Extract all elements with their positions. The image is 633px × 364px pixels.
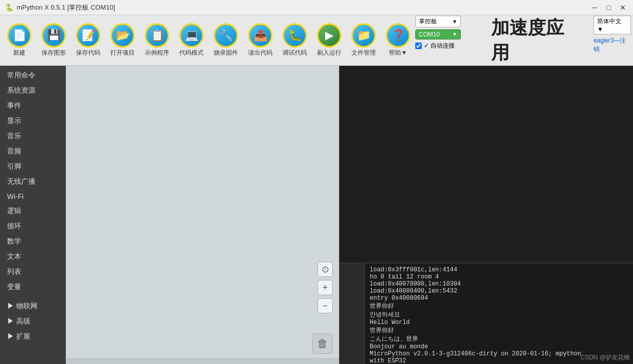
app-title: 加速度应用: [481, 16, 588, 65]
sidebar-item-12[interactable]: 文本: [0, 249, 66, 264]
blocks-canvas[interactable]: ⊙ + − 🗑: [66, 66, 339, 364]
toolbar-label-11: 帮助▼: [389, 49, 407, 57]
toolbar-label-5: 代码模式: [179, 49, 204, 57]
toolbar-item-10[interactable]: 📁 文件管理: [346, 21, 381, 59]
toolbar-icon-3: 📂: [110, 23, 135, 48]
app-icon: 🐍: [5, 4, 14, 12]
canvas-scrollbar[interactable]: [66, 358, 339, 364]
toolbar-item-7[interactable]: 📤 读出代码: [243, 21, 278, 59]
sidebar-item-10[interactable]: 循环: [0, 219, 66, 234]
maximize-button[interactable]: □: [604, 4, 614, 12]
toolbar-icon-11: ❓: [386, 23, 410, 48]
minimize-button[interactable]: ─: [589, 4, 600, 12]
csdn-watermark: CSDN @驴友花雕: [580, 353, 630, 362]
sidebar-item-13[interactable]: 列表: [0, 264, 66, 279]
toolbar-icon-6: 🔧: [214, 23, 238, 48]
toolbar-item-5[interactable]: 💻 代码模式: [174, 21, 209, 59]
toolbar-icon-8: 🐛: [283, 23, 307, 48]
sidebar-item-14[interactable]: 变量: [0, 279, 66, 295]
toolbar-icon-2: 📝: [76, 23, 100, 48]
toolbar-item-3[interactable]: 📂 打开项目: [105, 21, 140, 59]
console-output[interactable]: load:0x3fff001c,len:4144 ho 0 tail 12 ro…: [365, 263, 633, 364]
sidebar-item-4[interactable]: 音乐: [0, 129, 66, 144]
toolbar-item-2[interactable]: 📝 保存代码: [71, 21, 105, 59]
auto-connect-label: ✓ 自动连接: [424, 42, 455, 50]
com-dropdown-arrow: ▼: [452, 31, 457, 37]
toolbar-item-4[interactable]: 📋 示例程序: [140, 21, 174, 59]
sidebar-item-0[interactable]: 常用命令: [0, 68, 66, 83]
com-dropdown[interactable]: COM10 ▼: [415, 29, 461, 39]
sidebar-item-15[interactable]: ▶ 物联网: [0, 299, 66, 314]
lang-selector[interactable]: 简体中文 ▼: [594, 16, 631, 34]
toolbar-item-1[interactable]: 💾 保存图形: [36, 21, 71, 59]
toolbar-label-8: 调试代码: [283, 49, 307, 57]
toolbar-item-0[interactable]: 📄 新建: [2, 21, 36, 59]
main-area: 常用命令系统资源事件显示音乐音频引脚无线广播Wi-Fi逻辑循环数学文本列表变量▶…: [0, 66, 633, 364]
toolbar-icon-0: 📄: [7, 23, 31, 48]
register-link[interactable]: eagler3—注销: [594, 36, 631, 54]
toolbar-icon-9: ▶: [317, 23, 341, 48]
toolbar-icon-1: 💾: [42, 23, 66, 48]
sidebar-item-2[interactable]: 事件: [0, 98, 66, 113]
toolbar-label-4: 示例程序: [145, 49, 169, 57]
sidebar-item-1[interactable]: 系统资源: [0, 83, 66, 98]
titlebar: 🐍 mPython X 0.5.1 [掌控板 COM10] ─ □ ✕: [0, 0, 633, 15]
trash-button[interactable]: 🗑: [312, 334, 333, 354]
toolbar-label-9: 刷入运行: [317, 49, 341, 57]
sidebar-item-5[interactable]: 音频: [0, 144, 66, 159]
toolbar-label-2: 保存代码: [76, 49, 100, 57]
code-editor: [339, 66, 633, 263]
sidebar-item-6[interactable]: 引脚: [0, 159, 66, 174]
sidebar-item-11[interactable]: 数学: [0, 234, 66, 249]
toolbar-right: 掌控板 ▼ COM10 ▼ ✓ 自动连接 加速度应用 简体中文 ▼ eagler…: [415, 16, 631, 65]
toolbar: 📄 新建 💾 保存图形 📝 保存代码 📂 打开项目 📋 示例程序 💻 代码模式 …: [0, 15, 633, 66]
sidebar-item-3[interactable]: 显示: [0, 113, 66, 129]
toolbar-label-10: 文件管理: [351, 49, 376, 57]
controller-dropdown-arrow: ▼: [452, 19, 457, 24]
console-area: load:0x3fff001c,len:4144 ho 0 tail 12 ro…: [339, 263, 633, 364]
toolbar-item-11[interactable]: ❓ 帮助▼: [381, 21, 415, 59]
com-selector-row: COM10 ▼: [415, 29, 476, 39]
code-panel: load:0x3fff001c,len:4144 ho 0 tail 12 ro…: [339, 66, 633, 364]
auto-connect-checkbox[interactable]: [415, 43, 422, 49]
toolbar-label-3: 打开项目: [110, 49, 135, 57]
toolbar-label-7: 读出代码: [248, 49, 272, 57]
toolbar-item-9[interactable]: ▶ 刷入运行: [312, 21, 346, 59]
zoom-in-button[interactable]: +: [318, 280, 333, 295]
sidebar-item-8[interactable]: Wi-Fi: [0, 189, 66, 204]
toolbar-item-8[interactable]: 🐛 调试代码: [278, 21, 312, 59]
zoom-controls: ⊙ + −: [318, 262, 333, 313]
sidebar-item-17[interactable]: ▶ 扩展: [0, 329, 66, 344]
toolbar-item-6[interactable]: 🔧 烧录固件: [209, 21, 243, 59]
sidebar-item-9[interactable]: 逻辑: [0, 204, 66, 219]
toolbar-icon-7: 📤: [248, 23, 272, 48]
sidebar-item-7[interactable]: 无线广播: [0, 174, 66, 189]
com-label: COM10: [419, 31, 440, 38]
controller-panel: 掌控板 ▼ COM10 ▼ ✓ 自动连接: [415, 16, 476, 50]
auto-connect-row: ✓ 自动连接: [415, 42, 476, 50]
close-button[interactable]: ✕: [618, 4, 628, 12]
sidebar: 常用命令系统资源事件显示音乐音频引脚无线广播Wi-Fi逻辑循环数学文本列表变量▶…: [0, 66, 66, 364]
sidebar-item-16[interactable]: ▶ 高级: [0, 314, 66, 329]
lang-panel: 简体中文 ▼ eagler3—注销: [594, 16, 631, 54]
window-title: mPython X 0.5.1 [掌控板 COM10]: [17, 3, 115, 12]
toolbar-icon-4: 📋: [145, 23, 169, 48]
toolbar-icon-10: 📁: [351, 23, 376, 48]
toolbar-label-0: 新建: [13, 49, 25, 57]
controller-dropdown[interactable]: 掌控板 ▼: [415, 16, 461, 27]
controller-label: 掌控板: [419, 17, 437, 26]
console-buttons: [339, 263, 365, 364]
toolbar-label-1: 保存图形: [42, 49, 66, 57]
toolbar-icon-5: 💻: [179, 23, 204, 48]
zoom-out-button[interactable]: −: [318, 298, 333, 313]
zoom-target-button[interactable]: ⊙: [318, 262, 333, 277]
toolbar-items: 📄 新建 💾 保存图形 📝 保存代码 📂 打开项目 📋 示例程序 💻 代码模式 …: [2, 21, 415, 59]
controller-selector-row: 掌控板 ▼: [415, 16, 476, 27]
toolbar-label-6: 烧录固件: [214, 49, 238, 57]
